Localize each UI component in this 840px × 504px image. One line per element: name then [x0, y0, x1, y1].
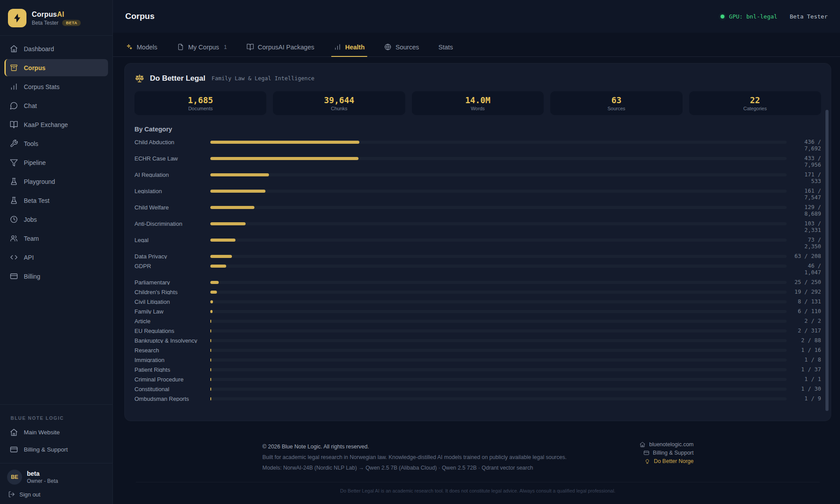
- org-link-label: Billing & Support: [24, 446, 68, 453]
- category-row: Immigration1 / 8: [134, 357, 821, 363]
- credit-card-icon: [10, 272, 18, 280]
- category-row: Child Abduction436 / 7,692: [134, 139, 821, 152]
- footer-link-bluenotelogic-com[interactable]: bluenotelogic.com: [639, 441, 694, 448]
- sidebar-item-tools[interactable]: Tools: [4, 135, 108, 152]
- sidebar-item-pipeline[interactable]: Pipeline: [4, 154, 108, 171]
- footer-description: Built for academic legal research in Nor…: [262, 452, 567, 463]
- scrollbar[interactable]: [825, 110, 829, 411]
- org-link-billing-support[interactable]: Billing & Support: [4, 441, 108, 458]
- sidebar-item-chat[interactable]: Chat: [4, 97, 108, 114]
- flask-icon: [10, 196, 18, 205]
- sidebar-item-label: Chat: [24, 102, 37, 109]
- tab-bar: ModelsMy Corpus1CorpusAI PackagesHealthS…: [113, 33, 840, 57]
- category-bar-track: [210, 378, 787, 381]
- category-row: Article2 / 2: [134, 318, 821, 324]
- credit-card-icon: [643, 450, 650, 456]
- tab-sources[interactable]: Sources: [384, 43, 419, 56]
- footer-link-do-better-norge[interactable]: Do Better Norge: [644, 458, 694, 464]
- sidebar-item-kaap-exchange[interactable]: KaaP Exchange: [4, 116, 108, 133]
- sidebar-item-label: Corpus: [24, 64, 45, 71]
- category-bar-track: [210, 349, 787, 352]
- tab-stats[interactable]: Stats: [438, 44, 453, 56]
- category-value: 73 / 2,350: [793, 236, 821, 250]
- category-value: 1 / 37: [793, 366, 821, 373]
- org-links: Main WebsiteBilling & Support: [0, 424, 112, 458]
- sidebar-item-corpus[interactable]: Corpus: [4, 59, 108, 76]
- sidebar-item-corpus-stats[interactable]: Corpus Stats: [4, 78, 108, 95]
- sidebar-item-jobs[interactable]: Jobs: [4, 211, 108, 228]
- category-label: GDPR: [134, 263, 204, 269]
- stat-card-chunks: 39,644Chunks: [273, 91, 405, 115]
- sidebar-item-label: KaaP Exchange: [24, 121, 68, 128]
- bar-chart-icon: [10, 82, 18, 91]
- archive-icon: [10, 63, 18, 72]
- corpus-title: Do Better Legal: [150, 74, 205, 83]
- topbar-user-label: Beta Tester: [790, 13, 828, 20]
- sidebar-item-api[interactable]: API: [4, 249, 108, 266]
- category-bar-track: [210, 255, 787, 258]
- category-label: Immigration: [134, 357, 204, 362]
- category-bar-track: [210, 265, 787, 268]
- user-block[interactable]: BE beta Owner - Beta: [0, 463, 112, 486]
- footer-link-label: bluenotelogic.com: [649, 441, 694, 448]
- footer-disclaimer: Do Better Legal AI is an academic resear…: [136, 488, 820, 493]
- category-bar-track: [210, 222, 787, 225]
- category-bar-fill: [210, 310, 213, 313]
- category-label: ECHR Case Law: [134, 155, 204, 161]
- sign-out-button[interactable]: Sign out: [0, 486, 112, 504]
- category-label: Research: [134, 347, 204, 353]
- sidebar-divider: [0, 404, 112, 405]
- sidebar-item-playground[interactable]: Playground: [4, 173, 108, 190]
- stat-card-documents: 1,685Documents: [134, 91, 266, 115]
- sidebar-item-label: Tools: [24, 140, 38, 147]
- stats-row: 1,685Documents39,644Chunks14.0MWords63So…: [134, 91, 821, 115]
- sidebar-item-dashboard[interactable]: Dashboard: [4, 40, 108, 57]
- sidebar-nav: DashboardCorpusCorpus StatsChatKaaP Exch…: [0, 40, 112, 285]
- category-row: Constitutional1 / 30: [134, 386, 821, 392]
- sidebar-item-label: Playground: [24, 178, 55, 185]
- category-bar-fill: [210, 222, 246, 225]
- tab-label: Sources: [396, 44, 419, 51]
- category-label: Constitutional: [134, 386, 204, 392]
- beta-badge: BETA: [62, 20, 81, 26]
- footer-links: bluenotelogic.comBilling & SupportDo Bet…: [639, 441, 694, 473]
- category-label: Article: [134, 318, 204, 324]
- tab-count-badge: 1: [224, 44, 227, 50]
- stat-label: Sources: [608, 106, 625, 111]
- category-value: 436 / 7,692: [793, 139, 821, 152]
- category-value: 46 / 1,047: [793, 262, 821, 276]
- sidebar-divider: [0, 35, 112, 36]
- category-row: Civil Litigation8 / 131: [134, 299, 821, 305]
- tab-my-corpus[interactable]: My Corpus1: [177, 43, 227, 56]
- category-bar-fill: [210, 368, 211, 371]
- category-bar-fill: [210, 378, 211, 381]
- tab-label: CorpusAI Packages: [258, 44, 314, 51]
- avatar: BE: [7, 470, 22, 485]
- category-row: GDPR46 / 1,047: [134, 263, 821, 276]
- sidebar-item-team[interactable]: Team: [4, 230, 108, 247]
- category-bar-track: [210, 291, 787, 294]
- sidebar-item-billing[interactable]: Billing: [4, 268, 108, 285]
- category-label: Child Welfare: [134, 204, 204, 210]
- stat-value: 39,644: [324, 95, 355, 105]
- category-bar-fill: [210, 255, 232, 258]
- file-icon: [177, 43, 184, 51]
- stat-value: 14.0M: [465, 95, 490, 105]
- sidebar-item-beta-test[interactable]: Beta Test: [4, 192, 108, 209]
- tab-corpusai-packages[interactable]: CorpusAI Packages: [246, 43, 314, 56]
- tab-models[interactable]: Models: [125, 43, 157, 56]
- tab-health[interactable]: Health: [334, 43, 365, 56]
- category-value: 161 / 7,547: [793, 187, 821, 201]
- category-value: 19 / 292: [793, 288, 821, 295]
- sidebar-item-label: Billing: [24, 273, 40, 280]
- category-row: Legislation161 / 7,547: [134, 188, 821, 201]
- book-icon: [246, 43, 254, 51]
- org-link-main-website[interactable]: Main Website: [4, 424, 108, 441]
- user-role: Owner - Beta: [27, 478, 58, 484]
- category-label: Legal: [134, 237, 204, 243]
- stat-label: Documents: [188, 106, 213, 111]
- footer-link-label: Billing & Support: [653, 450, 694, 456]
- sidebar-item-label: API: [24, 254, 34, 261]
- category-bar-track: [210, 388, 787, 391]
- footer-link-billing-support[interactable]: Billing & Support: [643, 450, 694, 456]
